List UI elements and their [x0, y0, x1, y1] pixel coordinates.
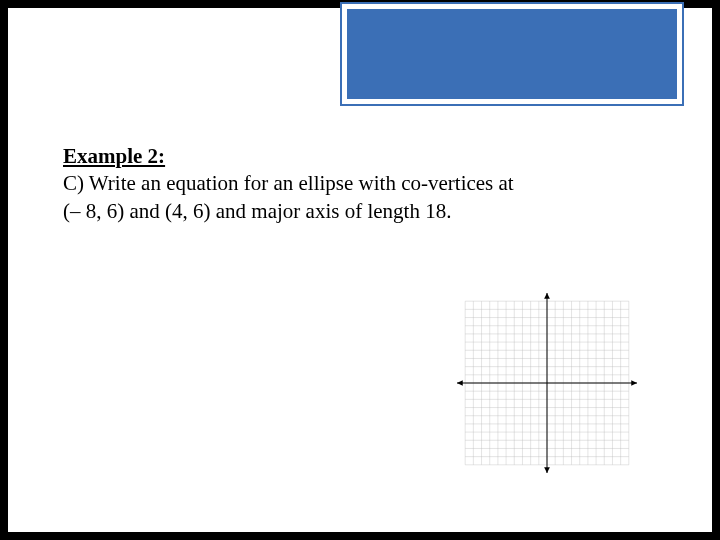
example-label: Example 2:: [63, 144, 165, 168]
arrow-down-icon: [544, 467, 550, 473]
prompt-line-1: C) Write an equation for an ellipse with…: [63, 171, 514, 195]
grid-svg: [457, 293, 637, 473]
content-block: Example 2: C) Write an equation for an e…: [63, 143, 657, 225]
arrow-left-icon: [457, 380, 463, 386]
slide: Example 2: C) Write an equation for an e…: [8, 8, 712, 532]
prompt-line-2: (– 8, 6) and (4, 6) and major axis of le…: [63, 199, 451, 223]
coordinate-grid: [457, 293, 637, 473]
title-box: [342, 4, 682, 104]
arrow-right-icon: [631, 380, 637, 386]
arrow-up-icon: [544, 293, 550, 299]
